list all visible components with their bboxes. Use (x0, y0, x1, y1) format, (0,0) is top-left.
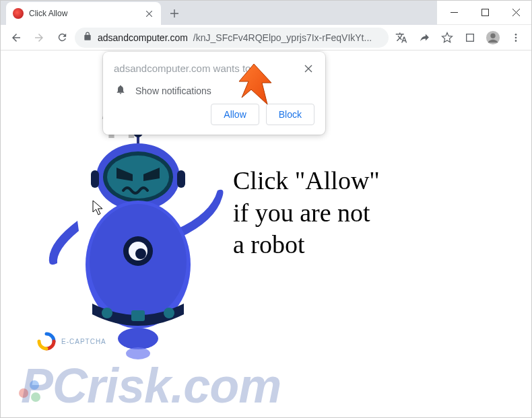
extensions-icon[interactable] (460, 28, 480, 48)
svg-rect-1 (467, 34, 474, 41)
svg-rect-0 (481, 9, 488, 16)
browser-tab[interactable]: Click Allow (6, 2, 161, 25)
svg-point-20 (102, 308, 112, 318)
svg-rect-14 (177, 170, 185, 188)
permission-popup-close-button[interactable] (302, 63, 314, 75)
bell-icon (115, 84, 126, 97)
svg-point-26 (30, 380, 39, 390)
svg-point-27 (31, 392, 40, 402)
svg-marker-7 (239, 64, 271, 104)
svg-point-6 (515, 40, 517, 42)
lock-icon (83, 32, 92, 43)
bookmark-star-icon[interactable] (437, 28, 457, 48)
translate-icon[interactable] (391, 28, 411, 48)
watermark-dots-icon (18, 377, 45, 404)
tab-close-button[interactable] (143, 8, 154, 19)
browser-toolbar: adsandcomputer.com/knJ_SFcFv4RQElpo_yprj… (1, 25, 531, 50)
tab-favicon (13, 8, 24, 19)
svg-point-5 (515, 36, 517, 38)
svg-rect-22 (131, 310, 145, 321)
svg-rect-13 (91, 170, 99, 188)
window-maximize-button[interactable] (469, 1, 500, 25)
window-close-button[interactable] (500, 1, 531, 25)
new-tab-button[interactable] (165, 4, 184, 23)
svg-point-19 (135, 248, 146, 259)
permission-popup-body: Show notifications (135, 85, 211, 96)
watermark-text: PCrisk.com (21, 358, 281, 413)
profile-avatar-icon[interactable] (483, 28, 503, 48)
page-viewport: ?? adsandcomputer.com wants to Show noti… (1, 50, 531, 417)
address-host: adsandcomputer.com (98, 32, 188, 43)
notification-permission-popup: adsandcomputer.com wants to Show notific… (103, 52, 325, 135)
svg-point-4 (515, 34, 517, 36)
tab-title: Click Allow (29, 9, 138, 18)
window-minimize-button[interactable] (438, 1, 469, 25)
svg-point-23 (118, 328, 158, 349)
address-bar[interactable]: adsandcomputer.com/knJ_SFcFv4RQElpo_yprj… (75, 28, 389, 48)
share-icon[interactable] (414, 28, 434, 48)
annotation-arrow-icon (235, 63, 275, 112)
robot-illustration (37, 123, 232, 365)
nav-reload-button[interactable] (52, 28, 72, 48)
svg-point-24 (126, 347, 150, 359)
nav-forward-button[interactable] (29, 28, 49, 48)
mouse-cursor-icon (92, 200, 104, 219)
tab-strip: Click Allow (1, 1, 437, 25)
svg-point-21 (164, 308, 174, 318)
main-instruction-text: Click "Allow" if you are not a robot (233, 165, 380, 261)
svg-point-3 (490, 33, 495, 38)
svg-point-25 (19, 388, 28, 398)
menu-dots-icon[interactable] (506, 28, 526, 48)
nav-back-button[interactable] (6, 28, 26, 48)
permission-popup-title: adsandcomputer.com wants to (114, 63, 251, 74)
address-path: /knJ_SFcFv4RQElpo_yprjs7Ix-rFeqVIkYt... (193, 32, 372, 43)
